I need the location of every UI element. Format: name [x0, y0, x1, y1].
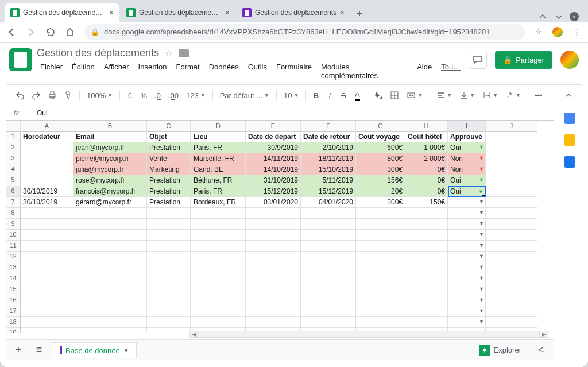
cell[interactable]: ▼ — [448, 208, 486, 219]
cell[interactable] — [301, 230, 356, 241]
cell[interactable] — [147, 230, 191, 241]
minimize-icon[interactable] — [537, 11, 548, 22]
cell[interactable]: Oui▼↖ — [448, 186, 486, 197]
validation-dropdown-icon[interactable]: ▼ — [479, 253, 484, 259]
print-button[interactable] — [45, 88, 60, 102]
cell[interactable] — [301, 306, 356, 317]
cell[interactable] — [74, 317, 147, 328]
halign-button[interactable]: ▼ — [434, 89, 455, 102]
cell[interactable] — [356, 252, 405, 262]
cell[interactable] — [486, 306, 537, 317]
cell[interactable] — [191, 252, 246, 262]
cell[interactable] — [74, 306, 147, 317]
cell[interactable] — [356, 230, 405, 241]
cell[interactable]: 300€ — [356, 164, 405, 175]
cell[interactable]: 31/10/2019 — [246, 175, 301, 186]
cell[interactable] — [301, 252, 356, 262]
browser-tab-1[interactable]: Gestion des déplacements - G × — [121, 3, 235, 22]
cell[interactable] — [486, 142, 537, 153]
menu-afficher[interactable]: Afficher — [100, 61, 133, 81]
cell[interactable] — [301, 317, 356, 328]
browser-tab-0[interactable]: Gestion des déplacements - G × — [5, 3, 119, 22]
cell[interactable] — [486, 252, 537, 262]
browser-tab-2[interactable]: Gestion des déplacements × — [237, 3, 350, 22]
validation-dropdown-icon[interactable]: ▼ — [479, 231, 484, 237]
row-header-8[interactable]: 8 — [6, 208, 21, 219]
extension-icon[interactable] — [552, 27, 563, 37]
cell[interactable]: 04/01/2020 — [301, 197, 356, 208]
cell[interactable] — [356, 284, 405, 295]
cell[interactable] — [486, 273, 537, 284]
percent-button[interactable]: % — [137, 89, 150, 102]
cell[interactable] — [405, 219, 448, 230]
cell[interactable] — [405, 306, 448, 317]
calendar-icon[interactable] — [564, 113, 575, 124]
row-header-16[interactable]: 16 — [6, 295, 21, 306]
maximize-icon[interactable] — [554, 11, 564, 22]
cell[interactable] — [486, 241, 537, 252]
cell[interactable] — [21, 284, 74, 295]
cell[interactable] — [356, 219, 405, 230]
validation-dropdown-icon[interactable]: ▼ — [479, 264, 484, 270]
validation-dropdown-icon[interactable]: ▼ — [479, 308, 484, 314]
cell[interactable]: Non▼ — [448, 164, 486, 175]
cell[interactable]: 5/11/2019 — [301, 175, 356, 186]
font-dropdown[interactable]: Par défaut ...▼ — [216, 89, 273, 102]
increase-decimal-button[interactable]: .0̲0 — [165, 89, 181, 102]
cell[interactable]: Prestation — [147, 142, 191, 153]
header-cell[interactable]: Coût voyage — [356, 132, 405, 142]
horizontal-scrollbar[interactable]: ◀ ▶ — [189, 330, 548, 338]
cell[interactable] — [191, 219, 246, 230]
cell[interactable]: Béthune, FR — [191, 175, 246, 186]
cell[interactable] — [246, 295, 301, 306]
menu-fichier[interactable]: Fichier — [37, 61, 66, 81]
row-header-1[interactable]: 1 — [6, 132, 21, 142]
cell[interactable]: ▼ — [448, 273, 486, 284]
cell[interactable] — [246, 306, 301, 317]
header-cell[interactable]: Email — [74, 132, 147, 142]
cell[interactable] — [191, 284, 246, 295]
cell[interactable]: 300€ — [356, 197, 405, 208]
validation-dropdown-icon[interactable]: ▼ — [479, 210, 484, 215]
cell[interactable]: rose@mycorp.fr — [74, 175, 147, 186]
cell[interactable] — [246, 317, 301, 328]
header-cell[interactable] — [486, 132, 537, 142]
all-sheets-button[interactable]: ≡ — [32, 344, 46, 356]
cell[interactable]: 03/01/2020 — [246, 197, 301, 208]
cell[interactable] — [301, 284, 356, 295]
more-button[interactable]: ••• — [532, 89, 546, 102]
cell[interactable]: 14/10/2019 — [246, 164, 301, 175]
cell[interactable] — [405, 295, 448, 306]
explore-button[interactable]: ✦ Explorer — [479, 345, 521, 356]
cell[interactable]: ▼ — [448, 306, 486, 317]
new-tab-button[interactable]: + — [351, 6, 368, 22]
valign-button[interactable]: ▼ — [457, 89, 478, 102]
move-folder-icon[interactable] — [179, 49, 189, 57]
row-header-18[interactable]: 18 — [6, 317, 21, 328]
col-header-C[interactable]: C — [147, 121, 191, 132]
cell[interactable]: jean@mycorp.fr — [74, 142, 147, 153]
forward-button[interactable] — [25, 26, 37, 38]
validation-dropdown-icon[interactable]: ▼ — [479, 199, 484, 204]
cell[interactable] — [486, 295, 537, 306]
cell[interactable]: ▼ — [448, 317, 486, 328]
rotate-button[interactable]: ▼ — [502, 89, 524, 102]
cell[interactable] — [147, 284, 191, 295]
cell[interactable] — [405, 273, 448, 284]
collapse-toolbar-icon[interactable] — [562, 89, 575, 102]
validation-dropdown-icon[interactable]: ▼ — [479, 166, 484, 172]
cell[interactable]: ▼ — [448, 219, 486, 230]
cell[interactable] — [74, 295, 147, 306]
close-window-icon[interactable]: × — [570, 12, 579, 21]
cell[interactable] — [486, 186, 537, 197]
menu-overflow[interactable]: Tou… — [438, 61, 464, 81]
cell[interactable] — [246, 219, 301, 230]
validation-dropdown-icon[interactable]: ▼ — [479, 275, 484, 281]
cell[interactable]: 18/11/2019 — [301, 153, 356, 164]
cell[interactable] — [74, 241, 147, 252]
cell[interactable] — [74, 284, 147, 295]
validation-dropdown-icon[interactable]: ▼ — [478, 189, 483, 195]
cell[interactable]: Paris, FR — [191, 142, 246, 153]
cell[interactable] — [21, 328, 74, 333]
browser-menu-icon[interactable]: ⋮ — [571, 26, 582, 38]
